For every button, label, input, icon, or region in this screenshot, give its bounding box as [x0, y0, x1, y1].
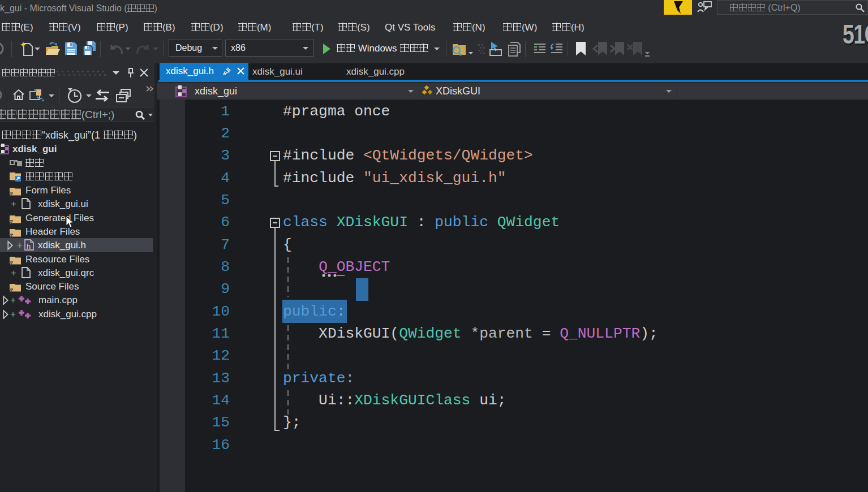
svg-text:h: h — [27, 242, 31, 251]
